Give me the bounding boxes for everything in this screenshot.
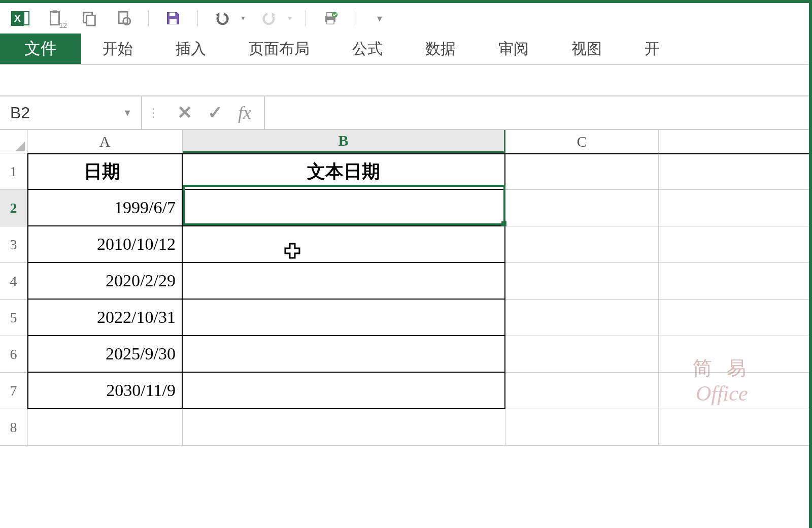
svg-rect-1 <box>53 10 57 13</box>
svg-rect-10 <box>327 20 334 24</box>
table-row: 8 <box>0 409 812 446</box>
cell-D5[interactable] <box>659 300 812 336</box>
table-row: 3 2010/10/12 <box>0 226 812 263</box>
cell-C3[interactable] <box>505 226 659 263</box>
save-icon[interactable] <box>163 8 183 28</box>
cell-A4[interactable]: 2020/2/29 <box>27 263 183 300</box>
row-header-3[interactable]: 3 <box>0 226 27 263</box>
table-row: 5 2022/10/31 <box>0 300 812 336</box>
formula-bar: B2 ▼ ⋮ ✕ ✓ fx <box>0 95 812 130</box>
cell-B4[interactable] <box>183 263 505 300</box>
quick-access-toolbar: X 12 ▾ ▾ ▾ <box>0 3 812 34</box>
cell-C8[interactable] <box>505 409 659 446</box>
row-header-8[interactable]: 8 <box>0 409 27 446</box>
table-row: 1 日期 文本日期 <box>0 153 812 190</box>
window-right-border <box>809 0 812 528</box>
undo-icon[interactable] <box>212 8 232 28</box>
cell-B3[interactable] <box>183 226 505 263</box>
qat-separator <box>148 11 149 26</box>
tab-home[interactable]: 开始 <box>81 34 154 64</box>
tab-formulas[interactable]: 公式 <box>331 34 404 64</box>
formula-controls: ✕ ✓ fx <box>164 96 265 129</box>
excel-app-icon[interactable]: X <box>10 8 30 28</box>
print-preview-icon[interactable] <box>114 8 134 28</box>
cell-C6[interactable] <box>505 336 659 373</box>
tab-pagelayout[interactable]: 页面布局 <box>227 34 331 64</box>
watermark-line1: 简 易 <box>693 355 752 381</box>
table-row: 6 2025/9/30 <box>0 336 812 373</box>
cell-A2[interactable]: 1999/6/7 <box>27 190 183 226</box>
cell-B7[interactable] <box>183 373 505 409</box>
col-header-A[interactable]: A <box>27 130 183 153</box>
cell-A8[interactable] <box>27 409 183 446</box>
name-box[interactable]: B2 ▼ <box>0 96 142 129</box>
cell-A6[interactable]: 2025/9/30 <box>27 336 183 373</box>
cell-A5[interactable]: 2022/10/31 <box>27 300 183 336</box>
tab-dev[interactable]: 开 <box>623 34 681 64</box>
select-all-corner[interactable] <box>0 130 27 153</box>
redo-icon[interactable] <box>259 8 279 28</box>
cell-A7[interactable]: 2030/11/9 <box>27 373 183 409</box>
paste-badge: 12 <box>59 21 67 29</box>
row-header-1[interactable]: 1 <box>0 153 27 190</box>
chevron-down-icon[interactable]: ▼ <box>123 108 132 118</box>
svg-rect-7 <box>170 19 177 24</box>
cell-C1[interactable] <box>505 153 659 190</box>
formula-grip[interactable]: ⋮ <box>142 96 164 129</box>
watermark: 简 易 Office <box>693 355 752 406</box>
cell-C7[interactable] <box>505 373 659 409</box>
redo-dropdown-caret[interactable]: ▾ <box>288 15 291 22</box>
fx-icon[interactable]: fx <box>238 102 251 123</box>
row-header-6[interactable]: 6 <box>0 336 27 373</box>
row-header-4[interactable]: 4 <box>0 263 27 300</box>
cell-B8[interactable] <box>183 409 505 446</box>
table-row: 2 1999/6/7 <box>0 190 812 226</box>
grid-rows: 1 日期 文本日期 2 1999/6/7 3 2010/10/12 4 2020… <box>0 153 812 446</box>
row-header-2[interactable]: 2 <box>0 190 27 226</box>
row-header-5[interactable]: 5 <box>0 300 27 336</box>
cell-B5[interactable] <box>183 300 505 336</box>
sheet-area: A B C 1 日期 文本日期 2 1999/6/7 3 2010/10/12 … <box>0 130 812 446</box>
qat-separator <box>197 11 198 26</box>
col-header-B[interactable]: B <box>183 130 505 153</box>
cancel-formula-icon[interactable]: ✕ <box>177 102 192 123</box>
cell-D4[interactable] <box>659 263 812 300</box>
svg-rect-6 <box>170 13 175 16</box>
ribbon-tabs: 文件 开始 插入 页面布局 公式 数据 审阅 视图 开 <box>0 34 812 65</box>
quick-print-icon[interactable] <box>320 8 341 28</box>
cell-C2[interactable] <box>505 190 659 226</box>
row-header-7[interactable]: 7 <box>0 373 27 409</box>
cell-B2[interactable] <box>183 190 505 226</box>
cell-D1[interactable] <box>659 153 812 190</box>
qat-separator <box>306 11 306 26</box>
paste-icon[interactable]: 12 <box>45 8 65 28</box>
svg-rect-0 <box>51 12 59 25</box>
qat-separator <box>355 11 355 26</box>
watermark-line2: Office <box>693 381 752 406</box>
tab-data[interactable]: 数据 <box>404 34 477 64</box>
ribbon-spacer <box>0 65 812 95</box>
cell-B1[interactable]: 文本日期 <box>183 153 505 190</box>
cell-D8[interactable] <box>659 409 812 446</box>
qat-customize-icon[interactable]: ▾ <box>369 8 390 28</box>
name-box-value: B2 <box>10 104 30 122</box>
cell-D3[interactable] <box>659 226 812 263</box>
svg-rect-3 <box>86 15 95 25</box>
tab-view[interactable]: 视图 <box>550 34 623 64</box>
cell-A1[interactable]: 日期 <box>27 153 183 190</box>
cell-C4[interactable] <box>505 263 659 300</box>
tab-review[interactable]: 审阅 <box>477 34 550 64</box>
undo-dropdown-caret[interactable]: ▾ <box>242 15 245 22</box>
tab-file[interactable]: 文件 <box>0 34 81 64</box>
confirm-formula-icon[interactable]: ✓ <box>208 102 223 123</box>
tab-insert[interactable]: 插入 <box>154 34 227 64</box>
col-header-D[interactable] <box>659 130 812 153</box>
cell-D2[interactable] <box>659 190 812 226</box>
col-header-C[interactable]: C <box>505 130 659 153</box>
copy-icon[interactable] <box>79 8 99 28</box>
table-row: 4 2020/2/29 <box>0 263 812 300</box>
formula-input[interactable] <box>265 96 812 129</box>
cell-A3[interactable]: 2010/10/12 <box>27 226 183 263</box>
cell-C5[interactable] <box>505 300 659 336</box>
cell-B6[interactable] <box>183 336 505 373</box>
